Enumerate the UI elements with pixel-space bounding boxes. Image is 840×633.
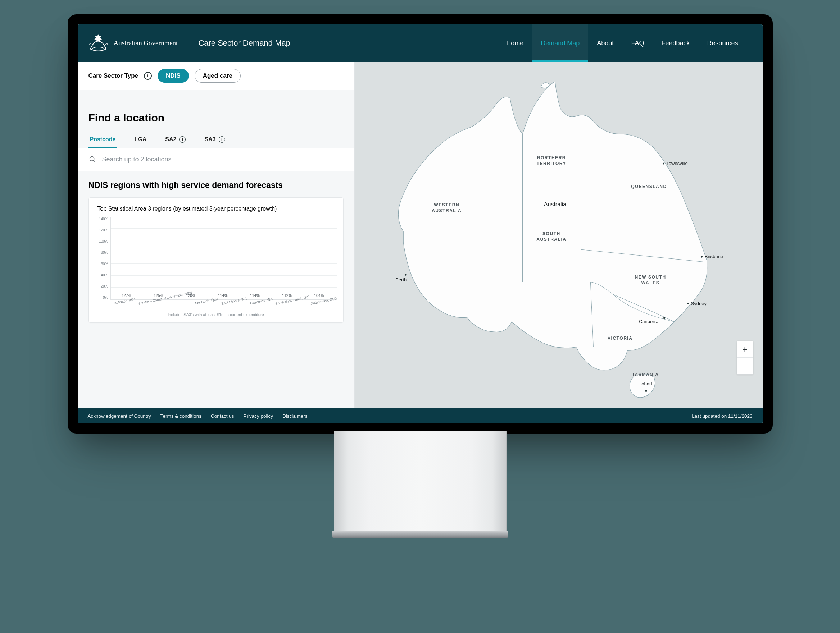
svg-point-4 bbox=[701, 256, 703, 258]
state-label: VICTORIA bbox=[608, 336, 632, 341]
australian-crest-icon bbox=[88, 33, 109, 54]
footer-link[interactable]: Acknowledgement of Country bbox=[88, 413, 151, 419]
monitor-stand-foot bbox=[332, 531, 508, 538]
tab-sa3[interactable]: SA3 i bbox=[203, 132, 226, 148]
city-label: Perth bbox=[395, 277, 406, 282]
svg-point-3 bbox=[662, 163, 664, 165]
chart-y-axis: 140%120%100%80%60%40%20%0% bbox=[95, 217, 111, 300]
svg-line-1 bbox=[93, 160, 95, 162]
footer-link[interactable]: Terms & conditions bbox=[161, 413, 202, 419]
top-regions-chart-card: Top Statistical Area 3 regions (by estim… bbox=[88, 197, 344, 323]
tab-label: Postcode bbox=[90, 136, 116, 143]
nav-resources[interactable]: Resources bbox=[698, 24, 747, 62]
nav-home[interactable]: Home bbox=[497, 24, 532, 62]
map-zoom-controls: + − bbox=[737, 341, 753, 375]
tab-label: SA2 bbox=[165, 136, 176, 143]
sector-type-row: Care Sector Type i NDIS Aged care bbox=[78, 62, 354, 90]
map-pane[interactable]: WESTERNAUSTRALIA NORTHERNTERRITORY QUEEN… bbox=[355, 62, 763, 408]
primary-nav: Home Demand Map About FAQ Feedback Resou… bbox=[497, 24, 747, 62]
gov-label: Australian Government bbox=[114, 39, 178, 47]
state-label: QUEENSLAND bbox=[631, 184, 666, 189]
top-regions-chart: 140%120%100%80%60%40%20%0% 127%125%120%1… bbox=[95, 217, 337, 300]
tab-postcode[interactable]: Postcode bbox=[88, 132, 117, 148]
australia-map-icon: WESTERNAUSTRALIA NORTHERNTERRITORY QUEEN… bbox=[355, 62, 763, 408]
tab-lga[interactable]: LGA bbox=[133, 132, 148, 148]
tab-label: SA3 bbox=[204, 136, 215, 143]
zoom-in-button[interactable]: + bbox=[737, 341, 753, 357]
footer-link[interactable]: Disclaimers bbox=[283, 413, 308, 419]
search-icon bbox=[88, 155, 96, 163]
zoom-out-button[interactable]: − bbox=[737, 357, 753, 374]
location-search bbox=[78, 148, 354, 171]
svg-point-6 bbox=[663, 317, 665, 319]
app-header: Australian Government Care Sector Demand… bbox=[78, 24, 763, 62]
svg-point-7 bbox=[645, 390, 647, 392]
info-icon[interactable]: i bbox=[144, 72, 152, 80]
footer-link[interactable]: Privacy policy bbox=[243, 413, 273, 419]
regions-heading: NDIS regions with high service demand fo… bbox=[88, 180, 344, 190]
chart-x-axis: Molonglo, ACTBourke – Cobar – Coonamble,… bbox=[95, 300, 337, 306]
city-label: Townsville bbox=[666, 161, 687, 166]
state-label: TASMANIA bbox=[632, 372, 659, 377]
nav-demand-map[interactable]: Demand Map bbox=[532, 24, 588, 62]
last-updated: Last updated on 11/11/2023 bbox=[692, 413, 752, 419]
control-panel: Care Sector Type i NDIS Aged care Find a… bbox=[78, 62, 355, 408]
nav-feedback[interactable]: Feedback bbox=[652, 24, 698, 62]
tab-label: LGA bbox=[134, 136, 147, 143]
svg-point-5 bbox=[687, 303, 689, 304]
app-footer: Acknowledgement of Country Terms & condi… bbox=[78, 408, 763, 424]
svg-point-2 bbox=[404, 274, 406, 276]
monitor-stand-neck bbox=[334, 431, 507, 532]
tab-sa2[interactable]: SA2 i bbox=[164, 132, 187, 148]
app-title: Care Sector Demand Map bbox=[198, 38, 290, 48]
city-label: Brisbane bbox=[704, 254, 723, 259]
map-center-label: Australia bbox=[543, 201, 566, 208]
nav-about[interactable]: About bbox=[588, 24, 622, 62]
sector-type-label: Care Sector Type bbox=[88, 72, 139, 79]
chart-plot-area: 127%125%120%114%114%112%104% bbox=[111, 217, 337, 300]
chart-title: Top Statistical Area 3 regions (by estim… bbox=[95, 204, 337, 217]
find-location-heading: Find a location bbox=[88, 112, 344, 124]
chart-footnote: Includes SA3's with at least $1m in curr… bbox=[95, 306, 337, 319]
footer-link[interactable]: Contact us bbox=[211, 413, 234, 419]
city-label: Canberra bbox=[638, 319, 658, 324]
location-search-input[interactable] bbox=[101, 155, 344, 164]
sector-pill-ndis[interactable]: NDIS bbox=[158, 69, 189, 83]
footer-links: Acknowledgement of Country Terms & condi… bbox=[88, 413, 308, 419]
nav-faq[interactable]: FAQ bbox=[622, 24, 652, 62]
city-label: Hobart bbox=[638, 381, 652, 386]
location-tabs: Postcode LGA SA2 i SA3 i bbox=[88, 132, 344, 148]
sector-pill-aged-care[interactable]: Aged care bbox=[195, 69, 241, 83]
info-icon[interactable]: i bbox=[219, 136, 225, 143]
city-label: Sydney bbox=[691, 301, 707, 306]
info-icon[interactable]: i bbox=[179, 136, 186, 143]
svg-point-0 bbox=[90, 157, 94, 161]
